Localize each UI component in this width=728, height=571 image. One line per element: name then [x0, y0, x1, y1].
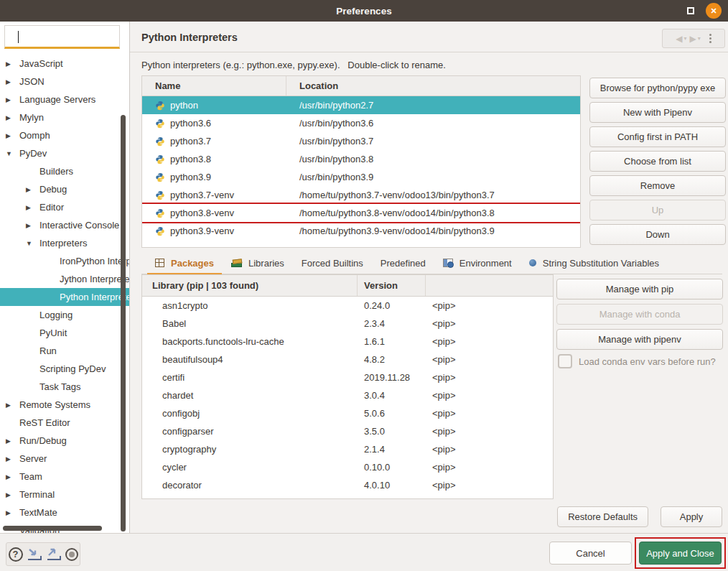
- chevron-right-icon[interactable]: ▶: [26, 186, 39, 193]
- column-header-version[interactable]: Version: [358, 275, 426, 296]
- chevron-right-icon[interactable]: ▶: [6, 132, 19, 139]
- package-row-chardet[interactable]: chardet 3.0.4 <pip>: [142, 386, 553, 404]
- tree-item-debug[interactable]: ▶ Debug: [0, 180, 129, 198]
- tab-predefined[interactable]: Predefined: [373, 253, 434, 274]
- package-row-certifi[interactable]: certifi 2019.11.28 <pip>: [142, 368, 553, 386]
- tree-item-ironpython-interpreter[interactable]: IronPython Interpreter: [0, 252, 129, 270]
- tree-item-team[interactable]: ▶ Team: [0, 468, 129, 486]
- manage-with-pip-button[interactable]: Manage with pip: [556, 279, 723, 300]
- package-row-decorator[interactable]: decorator 4.0.10 <pip>: [142, 476, 553, 494]
- interpreter-row-python[interactable]: python /usr/bin/python2.7: [142, 96, 580, 114]
- interpreter-row-python3-8[interactable]: python3.8 /usr/bin/python3.8: [142, 150, 580, 168]
- chevron-right-icon[interactable]: ▶: [6, 96, 19, 103]
- tree-item-interactive-console[interactable]: ▶ Interactive Console: [0, 216, 129, 234]
- record-icon[interactable]: [65, 548, 78, 561]
- cancel-button[interactable]: Cancel: [549, 542, 632, 565]
- conda-env-checkbox[interactable]: [558, 354, 572, 368]
- tree-item-task-tags[interactable]: Task Tags: [0, 378, 129, 396]
- tree-item-run-debug[interactable]: ▶ Run/Debug: [0, 432, 129, 450]
- chevron-right-icon[interactable]: ▶: [6, 473, 19, 481]
- tree-item-textmate[interactable]: ▶ TextMate: [0, 503, 129, 521]
- forward-icon[interactable]: ▶: [690, 34, 696, 44]
- package-row-cryptography[interactable]: cryptography 2.1.4 <pip>: [142, 440, 553, 458]
- filter-input[interactable]: [5, 26, 119, 47]
- apply-and-close-button[interactable]: Apply and Close: [639, 542, 722, 565]
- browse-for-python-pypy-exe-button[interactable]: Browse for python/pypy exe: [589, 78, 726, 98]
- column-header-location[interactable]: Location: [286, 76, 338, 96]
- back-icon[interactable]: ◀: [676, 34, 682, 44]
- manage-with-conda-button[interactable]: Manage with conda: [556, 304, 723, 325]
- tree-item-oomph[interactable]: ▶ Oomph: [0, 126, 129, 144]
- chevron-right-icon[interactable]: ▶: [6, 401, 19, 409]
- maximize-icon[interactable]: [687, 7, 694, 14]
- package-row-configparser[interactable]: configparser 3.5.0 <pip>: [142, 422, 553, 440]
- remove-button[interactable]: Remove: [589, 175, 726, 196]
- package-row-babel[interactable]: Babel 2.3.4 <pip>: [142, 315, 553, 333]
- interpreter-row-python3-7-venv[interactable]: python3.7-venv /home/tu/python3.7-venv/o…: [142, 186, 580, 204]
- export-icon[interactable]: [46, 548, 62, 560]
- package-row-backports-functools-lru-cache[interactable]: backports.functools-lru-cache 1.6.1 <pip…: [142, 333, 553, 351]
- overflow-menu-icon[interactable]: [709, 37, 711, 40]
- tree-item-logging[interactable]: Logging: [0, 306, 129, 324]
- tree-item-interpreters[interactable]: ▼ Interpreters: [0, 234, 129, 252]
- restore-defaults-button[interactable]: Restore Defaults: [557, 506, 648, 527]
- column-header-name[interactable]: Name: [142, 76, 286, 96]
- package-row-beautifulsoup4[interactable]: beautifulsoup4 4.8.2 <pip>: [142, 351, 553, 368]
- tree-item-javascript[interactable]: ▶ JavaScript: [0, 55, 129, 73]
- sidebar-horizontal-scrollbar[interactable]: [3, 526, 102, 531]
- tree-item-rest-editor[interactable]: ReST Editor: [0, 414, 129, 432]
- sidebar-vertical-scrollbar[interactable]: [121, 115, 126, 531]
- interpreter-row-python3-9[interactable]: python3.9 /usr/bin/python3.9: [142, 168, 580, 186]
- new-with-pipenv-button[interactable]: New with Pipenv: [589, 102, 726, 123]
- choose-from-list-button[interactable]: Choose from list: [589, 151, 726, 172]
- help-icon[interactable]: ?: [9, 547, 23, 562]
- tree-item-python-interpreter[interactable]: Python Interpreter: [0, 288, 129, 306]
- tab-packages[interactable]: Packages: [147, 253, 222, 274]
- chevron-right-icon[interactable]: ▶: [6, 509, 19, 516]
- chevron-down-icon[interactable]: ▼: [26, 240, 39, 247]
- tab-libraries[interactable]: Libraries: [223, 253, 292, 274]
- chevron-right-icon[interactable]: ▶: [6, 78, 19, 85]
- chevron-right-icon[interactable]: ▶: [6, 437, 19, 445]
- interpreter-row-python3-8-venv[interactable]: python3.8-venv /home/tu/python3.8-venv/o…: [142, 204, 580, 222]
- tree-item-server[interactable]: ▶ Server: [0, 450, 129, 468]
- chevron-right-icon[interactable]: ▶: [6, 60, 19, 68]
- close-icon[interactable]: ✕: [706, 3, 722, 19]
- tab-environment[interactable]: Environment: [435, 253, 520, 274]
- import-icon[interactable]: [27, 548, 42, 560]
- chevron-right-icon[interactable]: ▶: [6, 455, 19, 463]
- tree-item-remote-systems[interactable]: ▶ Remote Systems: [0, 396, 129, 414]
- tree-item-builders[interactable]: Builders: [0, 162, 129, 180]
- apply-button[interactable]: Apply: [661, 506, 722, 527]
- down-button[interactable]: Down: [589, 224, 726, 245]
- config-first-in-path-button[interactable]: Config first in PATH: [589, 126, 726, 147]
- tree-item-run[interactable]: Run: [0, 342, 129, 360]
- tree-item-pyunit[interactable]: PyUnit: [0, 324, 129, 342]
- tree-item-jython-interpreter[interactable]: Jython Interpreter: [0, 270, 129, 288]
- interpreter-row-python3-9-venv[interactable]: python3.9-venv /home/tu/python3.9-venv/o…: [142, 222, 580, 240]
- back-dropdown-icon[interactable]: ▾: [683, 35, 686, 42]
- package-row-asn1crypto[interactable]: asn1crypto 0.24.0 <pip>: [142, 297, 553, 315]
- tree-item-pydev[interactable]: ▼ PyDev: [0, 144, 129, 162]
- chevron-right-icon[interactable]: ▶: [6, 114, 19, 121]
- package-row-cycler[interactable]: cycler 0.10.0 <pip>: [142, 458, 553, 476]
- chevron-right-icon[interactable]: ▶: [26, 204, 39, 211]
- tree-item-terminal[interactable]: ▶ Terminal: [0, 486, 129, 503]
- column-header-library[interactable]: Library (pip | 103 found): [142, 275, 358, 296]
- tab-forced-builtins[interactable]: Forced Builtins: [294, 253, 371, 274]
- forward-dropdown-icon[interactable]: ▾: [698, 35, 701, 42]
- chevron-right-icon[interactable]: ▶: [26, 222, 39, 229]
- manage-with-pipenv-button[interactable]: Manage with pipenv: [556, 329, 723, 350]
- up-button[interactable]: Up: [589, 200, 726, 220]
- tree-item-mylyn[interactable]: ▶ Mylyn: [0, 108, 129, 126]
- tree-item-editor[interactable]: ▶ Editor: [0, 198, 129, 216]
- chevron-down-icon[interactable]: ▼: [6, 150, 19, 157]
- tab-string-substitution-variables[interactable]: String Substitution Variables: [521, 253, 667, 274]
- tree-item-json[interactable]: ▶ JSON: [0, 73, 129, 90]
- chevron-right-icon[interactable]: ▶: [6, 491, 19, 498]
- tree-item-scripting-pydev[interactable]: Scripting PyDev: [0, 360, 129, 378]
- interpreter-row-python3-7[interactable]: python3.7 /usr/bin/python3.7: [142, 132, 580, 150]
- tree-item-language-servers[interactable]: ▶ Language Servers: [0, 90, 129, 108]
- interpreter-row-python3-6[interactable]: python3.6 /usr/bin/python3.6: [142, 114, 580, 132]
- package-row-configobj[interactable]: configobj 5.0.6 <pip>: [142, 404, 553, 422]
